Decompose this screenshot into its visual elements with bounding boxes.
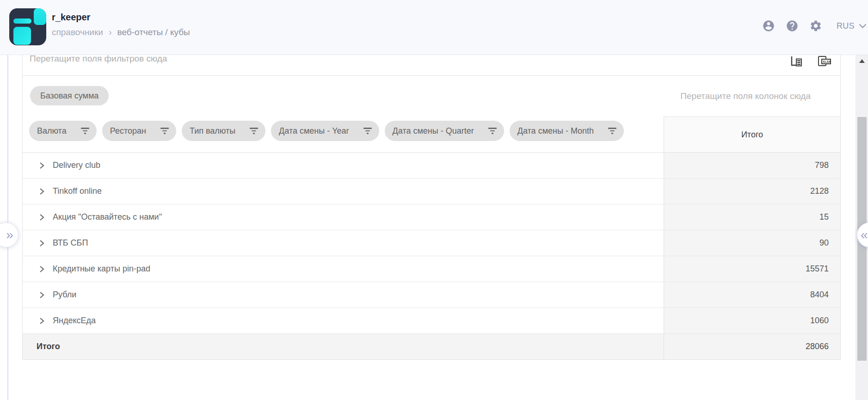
table-row: Рубли 8404 — [23, 282, 840, 308]
breadcrumb-item-web-reports[interactable]: веб-отчеты / кубы — [117, 27, 190, 37]
app-window: r_keeper справочники › веб-отчеты / кубы… — [0, 0, 868, 400]
settings-gear-icon[interactable] — [809, 19, 822, 32]
row-label: Рубли — [53, 290, 76, 300]
row-total-cell: 1060 — [664, 308, 840, 333]
row-label-cell[interactable]: Рубли — [23, 282, 664, 308]
grand-total-label: Итого — [23, 334, 664, 359]
scroll-up-button[interactable] — [856, 55, 868, 67]
expand-row-icon[interactable] — [37, 187, 46, 196]
row-label: Tinkoff online — [53, 186, 102, 196]
expand-row-icon[interactable] — [37, 265, 46, 273]
main-content: Перетащите поля фильтров сюда XLSX — [0, 55, 868, 400]
chevron-down-icon — [859, 24, 867, 29]
table-row: Акция "Оставайтесь с нами" 15 — [23, 204, 840, 230]
expand-row-icon[interactable] — [37, 213, 46, 222]
table-row: ЯндексЕда 1060 — [23, 308, 840, 334]
field-chip-label: Ресторан — [110, 126, 146, 136]
breadcrumb-item-directories[interactable]: справочники — [52, 27, 103, 37]
double-chevron-left-icon: « — [861, 228, 868, 241]
logo-shape-square — [13, 27, 31, 45]
column-header-total: Итого — [664, 117, 840, 152]
row-label-cell[interactable]: Delivery club — [23, 153, 664, 178]
triangle-up-icon — [859, 59, 865, 63]
app-header: r_keeper справочники › веб-отчеты / кубы… — [0, 0, 868, 55]
filter-icon[interactable] — [80, 128, 90, 134]
row-label-cell[interactable]: ВТБ СБП — [23, 230, 664, 256]
column-area-placeholder: Перетащите поля колонок сюда — [680, 76, 811, 117]
filter-icon[interactable] — [608, 128, 617, 134]
help-icon[interactable] — [786, 19, 799, 32]
language-label: RUS — [837, 21, 855, 31]
header-actions: RUS — [762, 19, 867, 32]
logo-shape-corner — [34, 8, 46, 25]
row-total-cell: 798 — [664, 153, 840, 178]
table-row: Tinkoff online 2128 — [23, 178, 840, 204]
filter-fields-area[interactable]: Перетащите поля фильтров сюда XLSX — [23, 55, 840, 76]
r-keeper-logo-icon — [9, 8, 46, 45]
field-chip[interactable]: Дата смены - Quarter — [385, 121, 504, 141]
field-chip-label: Дата смены - Year — [279, 126, 349, 136]
row-total-cell: 15571 — [664, 256, 840, 282]
expand-row-icon[interactable] — [37, 161, 46, 170]
table-row: Delivery club 798 — [23, 153, 840, 178]
row-label-cell[interactable]: Акция "Оставайтесь с нами" — [23, 204, 664, 230]
row-total-cell: 90 — [664, 230, 840, 256]
app-title: r_keeper — [52, 12, 90, 23]
field-chip-label: Дата смены - Quarter — [393, 126, 474, 136]
expand-row-icon[interactable] — [37, 291, 46, 299]
grand-total-value: 28066 — [664, 334, 840, 359]
grand-total-row: Итого 28066 — [23, 334, 840, 360]
field-chip-label: Дата смены - Month — [517, 126, 594, 136]
pivot-table-body: Delivery club 798 Tinkoff online 2128 — [23, 153, 840, 334]
row-label-cell[interactable]: ЯндексЕда — [23, 308, 664, 333]
row-fields-and-column-header: Валюта Ресторан Тип валюты Дата смены - … — [23, 117, 840, 153]
filter-icon[interactable] — [488, 128, 497, 134]
logo-shape-bar — [13, 18, 31, 24]
row-label: Кредитные карты pin-pad — [53, 264, 150, 274]
field-chooser-icon[interactable] — [790, 56, 803, 67]
expand-row-icon[interactable] — [37, 239, 46, 247]
breadcrumb: справочники › веб-отчеты / кубы — [52, 27, 190, 37]
row-label: ВТБ СБП — [53, 238, 88, 248]
filter-icon[interactable] — [363, 128, 372, 134]
row-label-cell[interactable]: Tinkoff online — [23, 178, 664, 204]
pivot-grid: Перетащите поля фильтров сюда XLSX — [22, 55, 841, 360]
row-label: Delivery club — [53, 160, 100, 170]
expand-left-panel-button[interactable]: » — [0, 222, 18, 247]
row-fields-area: Валюта Ресторан Тип валюты Дата смены - … — [29, 121, 624, 141]
data-and-column-areas: Базовая сумма Перетащите поля колонок сю… — [23, 76, 840, 117]
row-label: Акция "Оставайтесь с нами" — [53, 212, 162, 222]
expand-row-icon[interactable] — [37, 317, 46, 325]
filter-area-placeholder: Перетащите поля фильтров сюда — [30, 55, 167, 65]
table-row: ВТБ СБП 90 — [23, 230, 840, 256]
double-chevron-right-icon: » — [6, 228, 13, 241]
row-label-cell[interactable]: Кредитные карты pin-pad — [23, 256, 664, 282]
breadcrumb-separator-icon: › — [109, 27, 112, 37]
field-chip-label: Валюта — [37, 126, 67, 136]
field-chip-label: Тип валюты — [190, 126, 235, 136]
filter-icon[interactable] — [249, 128, 259, 134]
data-field-chip[interactable]: Базовая сумма — [30, 86, 109, 105]
row-label: ЯндексЕда — [53, 316, 96, 326]
table-row: Кредитные карты pin-pad 15571 — [23, 256, 840, 282]
export-xlsx-icon[interactable]: XLSX — [818, 55, 831, 67]
filter-icon[interactable] — [160, 128, 169, 134]
field-chip[interactable]: Валюта — [29, 121, 97, 141]
field-chip[interactable]: Ресторан — [102, 121, 176, 141]
field-chip[interactable]: Дата смены - Month — [510, 121, 624, 141]
svg-text:XLSX: XLSX — [823, 60, 831, 63]
row-total-cell: 15 — [664, 204, 840, 230]
language-select[interactable]: RUS — [837, 21, 867, 31]
account-icon[interactable] — [762, 19, 775, 32]
field-chip[interactable]: Дата смены - Year — [271, 121, 379, 141]
row-total-cell: 2128 — [664, 178, 840, 204]
row-total-cell: 8404 — [664, 282, 840, 308]
field-chip[interactable]: Тип валюты — [182, 121, 265, 141]
